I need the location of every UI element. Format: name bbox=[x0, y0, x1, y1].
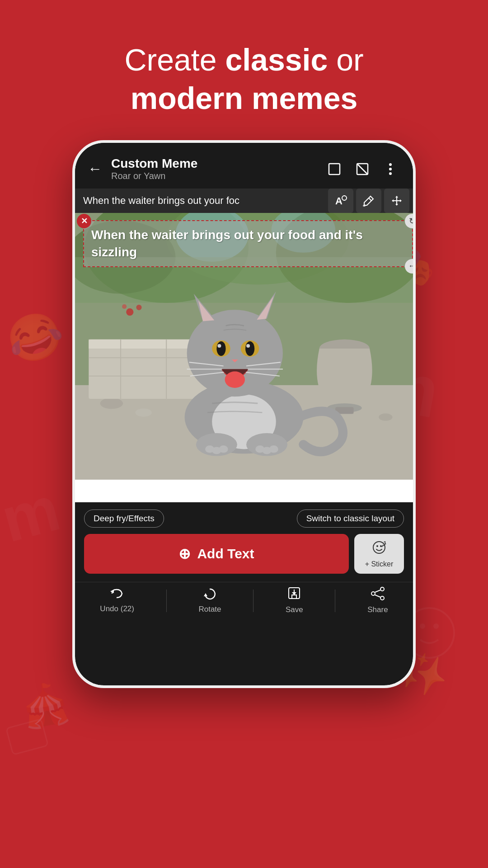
svg-text:😂: 😂 bbox=[0, 303, 70, 373]
svg-point-14 bbox=[389, 163, 392, 166]
add-text-button[interactable]: ⊕ Add Text bbox=[84, 534, 349, 574]
sticker-icon bbox=[371, 540, 387, 558]
nav-save[interactable]: Save bbox=[286, 587, 303, 614]
rotate-label: Rotate bbox=[198, 605, 221, 614]
svg-point-88 bbox=[380, 587, 384, 591]
svg-point-34 bbox=[135, 408, 151, 416]
share-label: Share bbox=[367, 605, 388, 614]
sticker-button[interactable]: + Sticker bbox=[354, 534, 404, 574]
svg-point-79 bbox=[373, 542, 385, 553]
topbar-title-group: Custom Meme Roar or Yawn bbox=[111, 156, 319, 181]
headline-text-2: or bbox=[328, 42, 363, 77]
svg-point-33 bbox=[100, 398, 123, 409]
app-title: Custom Meme bbox=[111, 156, 319, 171]
headline-line2: modern memes bbox=[131, 81, 358, 115]
nav-undo[interactable]: Undo (22) bbox=[100, 588, 134, 613]
svg-point-72 bbox=[219, 445, 228, 453]
canvas-area[interactable]: ✕ ↻ When the waiter brings out your food… bbox=[75, 213, 413, 502]
svg-point-61 bbox=[225, 372, 245, 388]
app-subtitle: Roar or Yawn bbox=[111, 171, 319, 181]
font-settings-button[interactable]: A bbox=[328, 189, 353, 213]
svg-point-37 bbox=[379, 414, 392, 421]
text-close-handle[interactable]: ✕ bbox=[77, 214, 91, 228]
nav-rotate[interactable]: Rotate bbox=[198, 587, 221, 614]
text-overlay-container[interactable]: ✕ ↻ When the waiter brings out your food… bbox=[83, 220, 413, 267]
meme-text-display: When the waiter brings out your food and… bbox=[83, 220, 413, 267]
svg-marker-83 bbox=[204, 593, 207, 596]
svg-point-57 bbox=[245, 341, 254, 356]
add-text-label: Add Text bbox=[197, 546, 254, 561]
undo-icon bbox=[110, 588, 124, 603]
svg-point-78 bbox=[122, 304, 127, 309]
svg-text:🎪: 🎪 bbox=[16, 677, 75, 734]
svg-text:A: A bbox=[335, 195, 343, 207]
move-tool-button[interactable] bbox=[384, 189, 409, 213]
svg-line-90 bbox=[375, 590, 380, 592]
svg-point-15 bbox=[389, 168, 392, 170]
bottom-main-row: ⊕ Add Text + Sticker bbox=[84, 534, 404, 574]
headline: Create classic or modern memes bbox=[0, 0, 488, 140]
deep-fry-button[interactable]: Deep fry/Effects bbox=[84, 509, 164, 528]
svg-point-18 bbox=[342, 196, 347, 200]
nav-share[interactable]: Share bbox=[367, 587, 388, 614]
app-screen: ← Custom Meme Roar or Yawn bbox=[75, 143, 413, 685]
svg-line-91 bbox=[375, 595, 380, 597]
svg-point-59 bbox=[246, 344, 250, 348]
svg-point-76 bbox=[126, 308, 133, 316]
svg-text:m: m bbox=[0, 472, 67, 556]
svg-line-13 bbox=[357, 164, 368, 175]
save-label: Save bbox=[286, 605, 303, 614]
topbar-icons bbox=[324, 159, 400, 179]
headline-text-1: Create bbox=[124, 42, 225, 77]
crop-off-icon[interactable] bbox=[352, 159, 372, 179]
add-icon: ⊕ bbox=[178, 545, 191, 562]
meme-text-input[interactable] bbox=[79, 189, 325, 213]
svg-rect-11 bbox=[329, 164, 340, 175]
square-outline-icon[interactable] bbox=[324, 159, 344, 179]
nav-divider-2 bbox=[253, 590, 253, 612]
phone-camera bbox=[239, 149, 249, 158]
save-icon bbox=[288, 587, 300, 604]
svg-point-89 bbox=[380, 596, 384, 600]
bottom-nav: Undo (22) Rotate bbox=[75, 582, 413, 625]
text-selection-box[interactable]: ✕ ↻ When the waiter brings out your food… bbox=[83, 220, 413, 267]
svg-point-87 bbox=[371, 592, 375, 595]
rotate-icon bbox=[203, 587, 216, 603]
more-vertical-icon[interactable] bbox=[380, 159, 400, 179]
nav-divider-3 bbox=[335, 590, 335, 612]
back-button[interactable]: ← bbox=[88, 160, 102, 177]
nav-divider-1 bbox=[166, 590, 167, 612]
svg-point-77 bbox=[136, 305, 141, 310]
svg-point-80 bbox=[376, 545, 378, 547]
bottom-pills-row: Deep fry/Effects Switch to classic layou… bbox=[84, 509, 404, 528]
phone-mockup: ← Custom Meme Roar or Yawn bbox=[72, 140, 416, 688]
color-brush-button[interactable] bbox=[356, 189, 381, 213]
sticker-label: + Sticker bbox=[365, 560, 394, 568]
text-input-bar: A bbox=[75, 189, 413, 213]
switch-layout-button[interactable]: Switch to classic layout bbox=[297, 509, 404, 528]
svg-point-75 bbox=[269, 445, 278, 453]
svg-point-8 bbox=[433, 623, 439, 629]
bottom-actions: Deep fry/Effects Switch to classic layou… bbox=[75, 502, 413, 582]
svg-point-58 bbox=[217, 344, 221, 348]
svg-rect-9 bbox=[6, 719, 48, 755]
svg-point-23 bbox=[363, 205, 366, 207]
svg-point-55 bbox=[216, 341, 225, 356]
svg-point-16 bbox=[389, 172, 392, 175]
headline-bold-1: classic bbox=[225, 42, 328, 77]
svg-point-7 bbox=[420, 623, 425, 629]
share-icon bbox=[371, 587, 385, 604]
undo-label: Undo (22) bbox=[100, 604, 134, 613]
